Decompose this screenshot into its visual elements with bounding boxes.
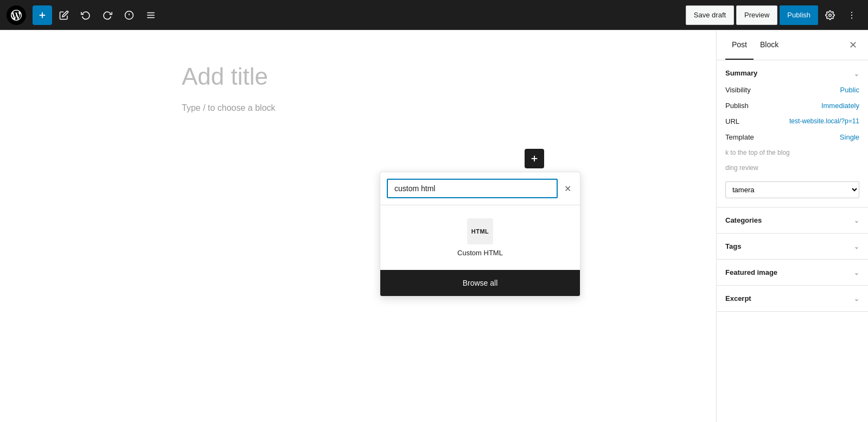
preview-button[interactable]: Preview [736,5,777,25]
tab-block[interactable]: Block [754,30,785,60]
post-title-input[interactable]: Add title [182,63,534,90]
featured-image-title: Featured image [725,268,777,276]
template-label: Template [725,133,754,141]
block-search-popup: ✕ HTML Custom HTML Browse all [380,172,580,297]
list-view-button[interactable] [141,5,161,25]
edit-mode-button[interactable] [54,5,74,25]
publish-row: Publish Immediately [725,102,859,110]
top-toolbar: Save draft Preview Publish [0,0,868,30]
publish-label: Publish [725,102,749,110]
url-label: URL [725,117,739,125]
wordpress-logo [7,5,26,25]
pending-review-text: ding review [725,164,758,172]
excerpt-title: Excerpt [725,294,751,303]
url-value[interactable]: test-website.local/?p=11 [789,117,859,125]
summary-section-header[interactable]: Summary ⌃ [717,60,868,86]
tags-chevron-icon: ⌄ [854,243,859,250]
undo-button[interactable] [76,5,95,25]
clear-search-button[interactable]: ✕ [562,181,573,196]
add-block-inline-button[interactable] [525,149,544,168]
url-row: URL test-website.local/?p=11 [725,117,859,125]
featured-image-section: Featured image ⌄ [717,260,868,286]
publish-value[interactable]: Immediately [821,102,859,110]
summary-section-content: Visibility Public Publish Immediately UR… [717,86,868,207]
categories-header[interactable]: Categories ⌄ [717,207,868,233]
visibility-row: Visibility Public [725,86,859,94]
sidebar-tabs: Post Block ✕ [717,30,868,60]
editor-area[interactable]: Add title Type / to choose a block ✕ HTM… [0,30,716,422]
template-value[interactable]: Single [840,133,859,141]
editor-content: Add title Type / to choose a block [182,63,534,124]
summary-title: Summary [725,69,757,77]
block-search-input-wrap: ✕ [380,172,580,205]
categories-section: Categories ⌄ [717,207,868,234]
svg-point-9 [851,11,852,12]
visibility-value[interactable]: Public [840,86,859,94]
custom-html-icon: HTML [467,218,493,244]
right-sidebar: Post Block ✕ Summary ⌃ Visibility Public… [716,30,868,422]
categories-chevron-icon: ⌄ [854,217,859,224]
custom-html-label: Custom HTML [457,249,503,257]
sidebar-close-button[interactable]: ✕ [847,30,859,60]
add-block-button[interactable] [33,5,52,25]
visibility-label: Visibility [725,86,751,94]
summary-section: Summary ⌃ Visibility Public Publish Imme… [717,60,868,207]
template-select[interactable]: tamera [725,181,859,198]
main-layout: Add title Type / to choose a block ✕ HTM… [0,30,868,422]
excerpt-section: Excerpt ⌄ [717,286,868,312]
tab-post[interactable]: Post [725,30,754,60]
tags-header[interactable]: Tags ⌄ [717,234,868,259]
block-inserter-trigger [525,149,544,168]
redo-button[interactable] [98,5,117,25]
block-search-input[interactable] [387,179,558,198]
pending-review-row: ding review [725,164,859,172]
summary-chevron-icon: ⌃ [854,70,859,77]
block-placeholder[interactable]: Type / to choose a block [182,103,534,113]
featured-image-chevron-icon: ⌄ [854,269,859,276]
publish-button[interactable]: Publish [780,5,818,25]
categories-title: Categories [725,216,762,224]
excerpt-chevron-icon: ⌄ [854,295,859,303]
template-row: Template Single [725,133,859,141]
stick-to-top-row: k to the top of the blog [725,149,859,156]
block-result-item[interactable]: HTML Custom HTML [380,205,580,270]
svg-point-11 [851,17,852,18]
browse-all-button[interactable]: Browse all [380,270,580,296]
more-options-button[interactable] [842,5,861,25]
excerpt-header[interactable]: Excerpt ⌄ [717,286,868,311]
settings-button[interactable] [820,5,840,25]
info-button[interactable] [119,5,139,25]
svg-point-10 [851,14,852,15]
featured-image-header[interactable]: Featured image ⌄ [717,260,868,285]
tags-title: Tags [725,242,741,250]
svg-point-8 [829,14,832,16]
save-draft-button[interactable]: Save draft [686,5,734,25]
tags-section: Tags ⌄ [717,234,868,260]
stick-to-top-text: k to the top of the blog [725,149,790,156]
